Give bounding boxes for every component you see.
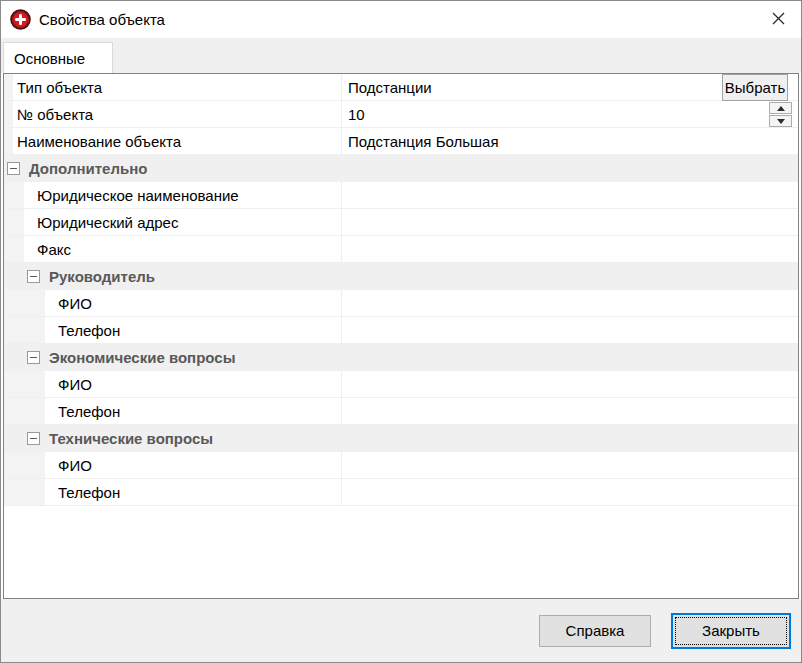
property-label: Тип объекта (13, 74, 102, 100)
property-label: Факс (24, 236, 71, 262)
property-name-cell: Наименование объекта (4, 128, 342, 154)
property-value: Подстанция Большая (348, 133, 499, 150)
indent-gutter (4, 236, 24, 262)
property-row[interactable]: Юридический адрес (4, 209, 798, 236)
property-value-cell[interactable] (342, 209, 798, 235)
property-label: Юридический адрес (24, 209, 178, 235)
property-value-cell[interactable] (342, 236, 798, 262)
property-value-cell[interactable]: Подстанция Большая (342, 128, 798, 154)
property-row[interactable]: Телефон (4, 317, 798, 344)
property-name-cell: Факс (4, 236, 342, 262)
indent-gutter (4, 182, 24, 208)
property-row[interactable]: ФИО (4, 290, 798, 317)
property-value-cell[interactable] (342, 479, 798, 505)
property-label: Телефон (45, 398, 120, 424)
property-label: ФИО (45, 290, 92, 316)
property-value-cell[interactable] (342, 398, 798, 424)
property-label: Телефон (45, 479, 120, 505)
indent-gutter (4, 452, 45, 478)
indent-gutter (4, 290, 45, 316)
title-bar: Свойства объекта (1, 1, 801, 38)
choose-button[interactable]: Выбрать (722, 74, 788, 101)
indent-gutter (4, 209, 24, 235)
collapse-icon[interactable] (27, 432, 40, 445)
property-label: № объекта (13, 101, 93, 127)
collapse-icon[interactable] (7, 162, 20, 175)
property-row[interactable]: ФИО (4, 452, 798, 479)
group-row[interactable]: Технические вопросы (4, 425, 798, 452)
property-value-cell[interactable]: ПодстанцииВыбрать (342, 74, 798, 100)
property-row[interactable]: Телефон (4, 398, 798, 425)
tab-strip: Основные (1, 38, 801, 73)
property-name-cell: № объекта (4, 101, 342, 127)
tab-osnovnye[interactable]: Основные (3, 42, 113, 73)
group-label: Технические вопросы (49, 430, 213, 447)
group-label: Экономические вопросы (49, 349, 235, 366)
spin-up-button[interactable] (769, 102, 792, 114)
property-row[interactable]: Юридическое наименование (4, 182, 798, 209)
group-label: Дополнительно (29, 160, 147, 177)
indent-gutter (4, 398, 45, 424)
dialog-title: Свойства объекта (39, 11, 165, 28)
red-circle-plus-icon (10, 9, 31, 30)
close-window-button[interactable] (755, 1, 801, 38)
footer-button-bar: Справка Закрыть (1, 599, 801, 662)
property-name-cell: Телефон (4, 398, 342, 424)
property-name-cell: Юридическое наименование (4, 182, 342, 208)
property-name-cell: Телефон (4, 317, 342, 343)
property-label: ФИО (45, 452, 92, 478)
property-row[interactable]: Наименование объектаПодстанция Большая (4, 128, 798, 155)
property-row[interactable]: ФИО (4, 371, 798, 398)
property-row[interactable]: Факс (4, 236, 798, 263)
indent-gutter (4, 128, 13, 154)
group-label: Руководитель (49, 268, 155, 285)
property-name-cell: Телефон (4, 479, 342, 505)
property-name-cell: ФИО (4, 452, 342, 478)
property-row[interactable]: Телефон (4, 479, 798, 506)
property-value-cell[interactable] (342, 182, 798, 208)
property-value-cell[interactable] (342, 452, 798, 478)
property-row[interactable]: Тип объектаПодстанцииВыбрать (4, 74, 798, 101)
object-properties-dialog: Свойства объекта Основные Тип объектаПод… (0, 0, 802, 663)
property-label: Телефон (45, 317, 120, 343)
indent-gutter (4, 74, 13, 100)
property-label: Юридическое наименование (24, 182, 239, 208)
property-value-cell[interactable]: 10 (342, 101, 798, 127)
triangle-up-icon (777, 106, 785, 111)
tab-label: Основные (14, 50, 85, 67)
indent-gutter (4, 101, 13, 127)
indent-gutter (4, 371, 45, 397)
property-value: Подстанции (348, 79, 432, 96)
close-button[interactable]: Закрыть (671, 613, 791, 649)
property-value-cell[interactable] (342, 317, 798, 343)
group-row[interactable]: Руководитель (4, 263, 798, 290)
close-icon (771, 11, 786, 29)
property-row[interactable]: № объекта10 (4, 101, 798, 128)
collapse-icon[interactable] (27, 351, 40, 364)
indent-gutter (4, 317, 45, 343)
group-row[interactable]: Дополнительно (4, 155, 798, 182)
property-name-cell: Юридический адрес (4, 209, 342, 235)
triangle-down-icon (777, 119, 785, 124)
group-row[interactable]: Экономические вопросы (4, 344, 798, 371)
property-grid: Тип объектаПодстанцииВыбрать№ объекта10Н… (3, 73, 799, 599)
help-button[interactable]: Справка (539, 615, 651, 647)
property-name-cell: ФИО (4, 290, 342, 316)
property-name-cell: ФИО (4, 371, 342, 397)
number-spinner (769, 102, 792, 127)
property-value-cell[interactable] (342, 290, 798, 316)
collapse-icon[interactable] (27, 270, 40, 283)
property-name-cell: Тип объекта (4, 74, 342, 100)
property-label: ФИО (45, 371, 92, 397)
property-label: Наименование объекта (13, 128, 181, 154)
property-value: 10 (348, 106, 365, 123)
property-value-cell[interactable] (342, 371, 798, 397)
spin-down-button[interactable] (769, 115, 792, 127)
indent-gutter (4, 479, 45, 505)
